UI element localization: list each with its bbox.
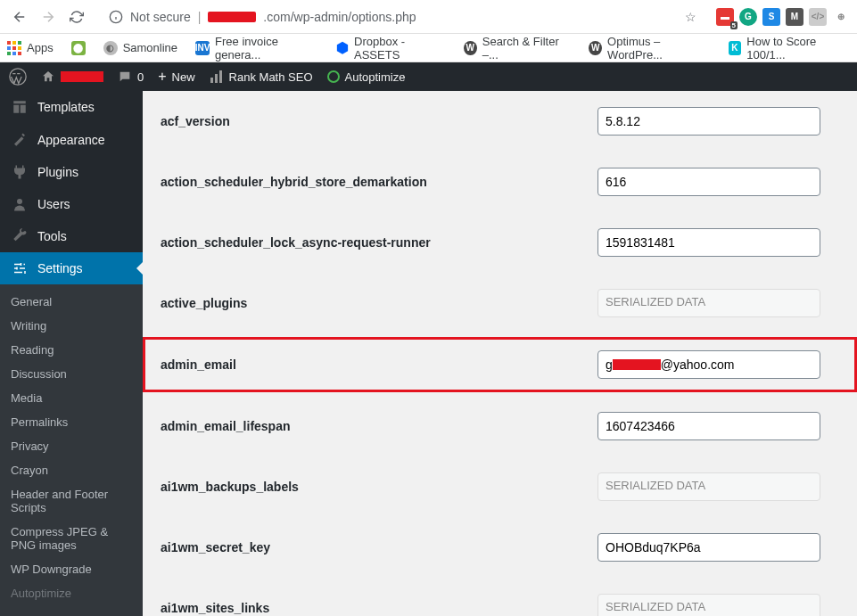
site-name-redacted bbox=[61, 71, 103, 82]
url-bar[interactable]: Not secure | .com/wp-admin/options.php ☆ bbox=[100, 4, 705, 29]
apps-icon bbox=[7, 41, 21, 55]
options-content: acf_version action_scheduler_hybrid_stor… bbox=[143, 91, 857, 616]
rankmath-link[interactable]: Rank Math SEO bbox=[210, 70, 313, 84]
email-redacted bbox=[613, 359, 661, 370]
url-text: .com/wp-admin/options.php bbox=[263, 10, 416, 24]
admin-sidebar: Templates Appearance Plugins Users Tools… bbox=[0, 91, 143, 616]
sub-item-general[interactable]: General bbox=[0, 290, 143, 314]
option-label: action_scheduler_hybrid_store_demarkatio… bbox=[161, 175, 597, 189]
option-input-admin-email[interactable]: g@yahoo.com bbox=[597, 350, 820, 379]
chart-icon bbox=[210, 70, 224, 83]
settings-submenu: General Writing Reading Discussion Media… bbox=[0, 284, 143, 616]
option-label: ai1wm_backups_labels bbox=[161, 480, 597, 494]
svg-point-8 bbox=[17, 199, 22, 204]
wp-admin-bar: 0 +New Rank Math SEO Autoptimize bbox=[0, 62, 857, 91]
bookmark-dropbox[interactable]: ⬢Dropbox - ASSETS bbox=[335, 35, 446, 62]
sub-item-media[interactable]: Media bbox=[0, 386, 143, 410]
sub-item-headerfooter[interactable]: Header and Footer Scripts bbox=[0, 482, 143, 520]
option-row-action-scheduler: action_scheduler_hybrid_store_demarkatio… bbox=[143, 152, 857, 212]
option-row-active-plugins: active_plugins SERIALIZED DATA bbox=[143, 273, 857, 333]
option-label: acf_version bbox=[161, 114, 597, 128]
sidebar-item-settings[interactable]: Settings bbox=[0, 252, 143, 284]
bookmark-optimus[interactable]: WOptimus – WordPre... bbox=[589, 35, 710, 62]
option-label: ai1wm_sites_links bbox=[161, 601, 597, 615]
sliders-icon bbox=[11, 259, 29, 277]
option-input[interactable] bbox=[597, 412, 820, 440]
ext-icon-grammarly[interactable]: G bbox=[739, 8, 757, 26]
sub-item-wpdowngrade[interactable]: WP Downgrade bbox=[0, 557, 143, 581]
new-link[interactable]: +New bbox=[158, 69, 194, 85]
option-input[interactable] bbox=[597, 107, 820, 136]
wordpress-icon bbox=[9, 68, 27, 86]
bookmark-item[interactable]: ⬤ bbox=[71, 41, 86, 55]
bookmark-samonline[interactable]: ◐Samonline bbox=[103, 41, 177, 55]
option-label: admin_email_lifespan bbox=[161, 419, 597, 433]
serialized-data: SERIALIZED DATA bbox=[597, 472, 820, 501]
option-row-ai1wm-secret-key: ai1wm_secret_key bbox=[143, 517, 857, 578]
wp-icon: W bbox=[464, 41, 477, 55]
plus-icon: + bbox=[158, 69, 166, 85]
sidebar-item-templates[interactable]: Templates bbox=[0, 91, 143, 123]
svg-rect-5 bbox=[215, 74, 218, 83]
plug-icon bbox=[11, 163, 29, 181]
ext-icon-plus[interactable]: ⊕ bbox=[832, 8, 850, 26]
star-icon[interactable]: ☆ bbox=[685, 10, 696, 24]
option-label: action_scheduler_lock_async-request-runn… bbox=[161, 235, 597, 250]
options-table: acf_version action_scheduler_hybrid_stor… bbox=[143, 91, 857, 616]
svg-rect-4 bbox=[210, 78, 213, 83]
sidebar-item-plugins[interactable]: Plugins bbox=[0, 156, 143, 188]
globe-icon: ◐ bbox=[103, 41, 118, 55]
sidebar-item-appearance[interactable]: Appearance bbox=[0, 124, 143, 156]
option-label: active_plugins bbox=[161, 296, 597, 310]
sub-item-reading[interactable]: Reading bbox=[0, 338, 143, 362]
site-name[interactable] bbox=[41, 70, 103, 84]
bookmark-invoice[interactable]: INVFree invoice genera... bbox=[195, 35, 317, 62]
comments-link[interactable]: 0 bbox=[118, 70, 144, 84]
option-label: ai1wm_secret_key bbox=[161, 540, 597, 554]
wp-logo[interactable] bbox=[9, 68, 27, 86]
option-input[interactable] bbox=[597, 533, 820, 562]
globe-icon: ⬤ bbox=[71, 41, 86, 55]
forward-button[interactable] bbox=[36, 4, 61, 29]
option-row-admin-email: admin_email g@yahoo.com bbox=[143, 337, 857, 392]
option-row-ai1wm-backups-labels: ai1wm_backups_labels SERIALIZED DATA bbox=[143, 456, 857, 517]
option-input[interactable] bbox=[597, 168, 820, 196]
option-row-action-scheduler-lock: action_scheduler_lock_async-request-runn… bbox=[143, 212, 857, 273]
option-input[interactable] bbox=[597, 228, 820, 257]
home-icon bbox=[41, 70, 55, 84]
ext-icon-s[interactable]: S bbox=[762, 8, 780, 26]
sub-item-permalinks[interactable]: Permalinks bbox=[0, 410, 143, 434]
option-row-acf-version: acf_version bbox=[143, 91, 857, 152]
bookmark-apps[interactable]: Apps bbox=[7, 41, 54, 55]
ext-icon-1[interactable]: ▬5 bbox=[716, 8, 734, 26]
sub-item-writing[interactable]: Writing bbox=[0, 314, 143, 338]
ext-icon-m[interactable]: M bbox=[786, 8, 803, 26]
wp-icon: W bbox=[589, 41, 602, 55]
back-button[interactable] bbox=[7, 4, 32, 29]
serialized-data: SERIALIZED DATA bbox=[597, 594, 820, 616]
info-icon bbox=[109, 10, 123, 24]
option-row-ai1wm-sites-links: ai1wm_sites_links SERIALIZED DATA bbox=[143, 578, 857, 616]
svg-rect-6 bbox=[219, 70, 222, 83]
ext-icon-code[interactable]: </> bbox=[809, 8, 827, 26]
sub-item-autoptimize[interactable]: Autoptimize bbox=[0, 581, 143, 605]
autoptimize-link[interactable]: Autoptimize bbox=[327, 70, 406, 84]
circle-icon bbox=[327, 70, 340, 83]
sub-item-discussion[interactable]: Discussion bbox=[0, 362, 143, 386]
sidebar-item-tools[interactable]: Tools bbox=[0, 220, 143, 252]
templates-icon bbox=[11, 98, 29, 116]
sub-item-privacy[interactable]: Privacy bbox=[0, 434, 143, 458]
extension-icons: ▬5 G S M </> ⊕ bbox=[716, 8, 850, 26]
option-row-admin-email-lifespan: admin_email_lifespan bbox=[143, 396, 857, 456]
inv-icon: INV bbox=[195, 41, 210, 55]
option-label: admin_email bbox=[161, 357, 597, 372]
bookmark-searchfilter[interactable]: WSearch & Filter –... bbox=[464, 35, 571, 62]
brush-icon bbox=[11, 131, 29, 149]
sub-item-compressjpeg[interactable]: Compress JPEG & PNG images bbox=[0, 520, 143, 557]
serialized-data: SERIALIZED DATA bbox=[597, 289, 820, 317]
reload-button[interactable] bbox=[64, 4, 89, 29]
sidebar-item-users[interactable]: Users bbox=[0, 188, 143, 220]
svg-point-7 bbox=[328, 71, 339, 82]
bookmark-howscore[interactable]: KHow to Score 100/1... bbox=[729, 35, 850, 62]
sub-item-crayon[interactable]: Crayon bbox=[0, 458, 143, 482]
